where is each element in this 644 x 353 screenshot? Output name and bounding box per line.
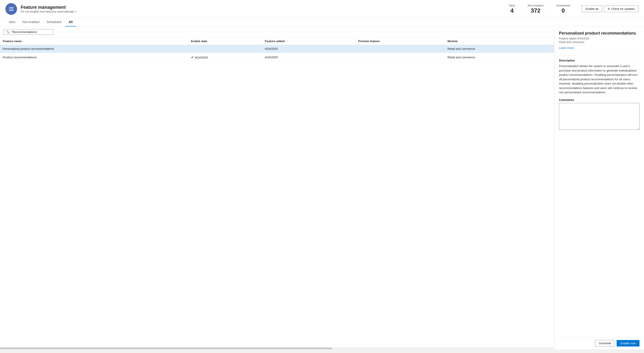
list-icon (8, 6, 14, 12)
learn-more-link[interactable]: Learn more (559, 46, 574, 49)
stat-not-enabled-label: Not enabled (528, 4, 544, 7)
table-header-row: Feature name ↑ Enable date Feature added… (0, 38, 554, 45)
enable-now-button[interactable]: Enable now (616, 340, 640, 347)
search-input-wrap[interactable]: 🔍 (4, 29, 53, 35)
cell-feature-added: 4/24/2020 (262, 45, 356, 53)
col-preview-feature[interactable]: Preview feature (356, 38, 445, 45)
left-panel: 🔍 Feature name ↑ Enable date (0, 26, 554, 349)
svg-rect-0 (9, 7, 14, 7)
cell-preview-feature (356, 53, 445, 62)
sort-asc-icon: ↑ (23, 40, 24, 43)
stat-new-label: New (509, 4, 515, 7)
col-module[interactable]: Module (445, 38, 554, 45)
tab-not-enabled[interactable]: Not enabled (19, 18, 43, 26)
table-scroll[interactable]: Feature name ↑ Enable date Feature added… (0, 38, 554, 348)
cell-module: Retail and commerce (445, 45, 554, 53)
search-input[interactable] (12, 30, 50, 34)
header-actions: Enable all ↻Check for updates (582, 5, 638, 12)
feature-table: Feature name ↑ Enable date Feature added… (0, 38, 554, 62)
table-row[interactable]: Product recommendations✔ 8/14/20204/24/2… (0, 53, 554, 62)
horizontal-scrollbar[interactable] (0, 348, 554, 349)
right-panel-footer: Schedule Enable now (554, 337, 644, 349)
cell-module: Retail and commerce (445, 53, 554, 62)
refresh-icon: ↻ (608, 7, 610, 10)
scrollbar-thumb[interactable] (0, 348, 332, 349)
tabs-bar: New Not enabled Scheduled All (0, 18, 644, 26)
cell-enable-date: ✔ 8/14/2020 (188, 53, 262, 62)
stat-new-value: 4 (509, 7, 515, 14)
comments-label: Comments (559, 98, 640, 102)
description-text: Personalization allows the system to ass… (559, 64, 640, 95)
page-title: Feature management (21, 5, 503, 10)
right-panel-content: Personalized product recommendations Fea… (554, 26, 644, 337)
table-row[interactable]: Personalized product recommendations4/24… (0, 45, 554, 53)
detail-module: Retail and commerce (559, 40, 640, 44)
cell-enable-date (188, 45, 262, 53)
sort-desc-icon: ↓ (286, 40, 288, 43)
col-enable-date[interactable]: Enable date (188, 38, 262, 45)
stat-scheduled-value: 0 (556, 7, 570, 14)
stat-new: New 4 (503, 4, 522, 14)
col-feature-added[interactable]: Feature added ↓ (262, 38, 356, 45)
cell-preview-feature (356, 45, 445, 53)
stat-scheduled: Scheduled 0 (550, 4, 576, 14)
tab-new[interactable]: New (6, 18, 19, 26)
cell-feature-name: Personalized product recommendations (0, 45, 188, 53)
description-header: Description (559, 59, 640, 62)
stat-not-enabled: Not enabled 372 (522, 4, 550, 14)
subtitle-dropdown[interactable]: Do not enable new features automatically… (21, 10, 503, 13)
cell-feature-added: 4/24/2020 (262, 53, 356, 62)
app-logo (6, 3, 17, 15)
search-bar: 🔍 (0, 26, 554, 38)
tab-all[interactable]: All (65, 18, 76, 26)
title-area: Feature management Do not enable new fea… (21, 5, 503, 13)
detail-title: Personalized product recommendations (559, 31, 640, 36)
enable-all-button[interactable]: Enable all (582, 5, 602, 12)
comments-textarea[interactable] (559, 103, 640, 130)
enabled-check-icon: ✔ (191, 55, 195, 59)
check-updates-button[interactable]: ↻Check for updates (604, 5, 638, 12)
page-header: Feature management Do not enable new fea… (0, 0, 644, 18)
svg-rect-1 (9, 8, 14, 9)
right-panel: Personalized product recommendations Fea… (554, 26, 644, 349)
schedule-button[interactable]: Schedule (595, 340, 615, 347)
main-content: 🔍 Feature name ↑ Enable date (0, 26, 644, 349)
search-icon: 🔍 (6, 30, 10, 34)
svg-rect-2 (9, 10, 14, 10)
stat-scheduled-label: Scheduled (556, 4, 570, 7)
stat-not-enabled-value: 372 (528, 7, 544, 14)
stats-area: New 4 Not enabled 372 Scheduled 0 (503, 4, 576, 14)
tab-scheduled[interactable]: Scheduled (43, 18, 65, 26)
subtitle-text: Do not enable new features automatically (21, 10, 74, 13)
detail-meta-added: Feature added 4/24/2020 (559, 37, 640, 40)
col-feature-name[interactable]: Feature name ↑ (0, 38, 188, 45)
cell-feature-name: Product recommendations (0, 53, 188, 62)
chevron-down-icon: ▾ (76, 10, 76, 13)
